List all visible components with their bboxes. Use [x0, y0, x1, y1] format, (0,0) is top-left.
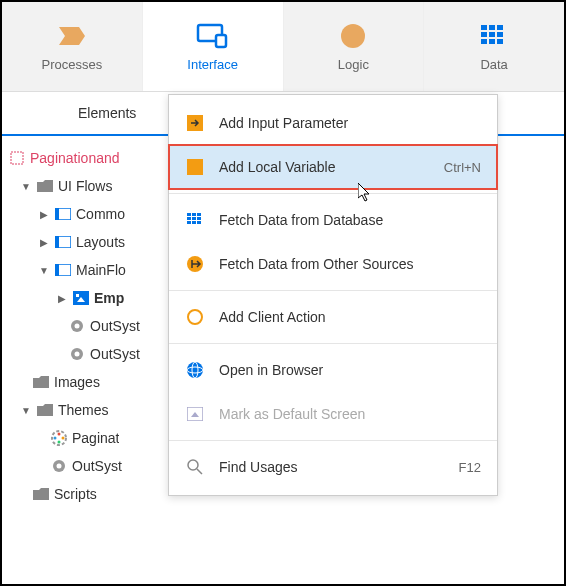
svg-point-24	[75, 352, 80, 357]
main-tabs: Processes Interface Logic Data	[2, 2, 564, 92]
menu-label: Find Usages	[219, 459, 445, 475]
tree-label: OutSyst	[72, 458, 122, 474]
menu-label: Add Client Action	[219, 309, 481, 325]
theme-ref-icon	[68, 319, 86, 333]
folder-icon	[36, 404, 54, 416]
tab-label: Processes	[42, 57, 103, 72]
menu-label: Add Input Parameter	[219, 115, 481, 131]
collapse-icon[interactable]: ▼	[20, 405, 32, 416]
menu-label: Fetch Data from Database	[219, 212, 481, 228]
menu-separator	[169, 343, 497, 344]
svg-rect-11	[497, 39, 503, 44]
tree-label: OutSyst	[90, 318, 140, 334]
logic-icon	[340, 21, 366, 51]
svg-rect-36	[197, 213, 201, 216]
fetch-other-icon	[185, 255, 205, 273]
folder-icon	[32, 488, 50, 500]
tab-label: Data	[480, 57, 507, 72]
menu-add-input-parameter[interactable]: Add Input Parameter	[169, 101, 497, 145]
flow-icon	[54, 236, 72, 248]
svg-rect-16	[55, 236, 59, 248]
svg-line-50	[197, 469, 202, 474]
tree-label: Images	[54, 374, 100, 390]
svg-point-29	[54, 437, 57, 440]
module-icon	[8, 151, 26, 165]
menu-label: Add Local Variable	[219, 159, 430, 175]
svg-rect-37	[187, 217, 191, 220]
svg-rect-42	[197, 221, 201, 224]
default-screen-icon	[185, 407, 205, 421]
subtab-elements[interactable]: Elements	[62, 105, 152, 121]
folder-icon	[36, 180, 54, 192]
svg-rect-5	[497, 25, 503, 30]
menu-add-local-variable[interactable]: Add Local Variable Ctrl+N	[169, 145, 497, 189]
tree-label: Paginat	[72, 430, 119, 446]
svg-point-45	[187, 362, 203, 378]
tab-logic[interactable]: Logic	[284, 2, 425, 91]
tree-label: Scripts	[54, 486, 97, 502]
menu-separator	[169, 440, 497, 441]
tree-label: Layouts	[76, 234, 125, 250]
menu-label: Open in Browser	[219, 362, 481, 378]
svg-rect-3	[481, 25, 487, 30]
expand-icon[interactable]: ▶	[38, 237, 50, 248]
search-icon	[185, 459, 205, 475]
svg-point-22	[75, 324, 80, 329]
menu-label: Mark as Default Screen	[219, 406, 481, 422]
local-var-icon	[185, 159, 205, 175]
menu-add-client-action[interactable]: Add Client Action	[169, 295, 497, 339]
menu-fetch-database[interactable]: Fetch Data from Database	[169, 198, 497, 242]
svg-point-49	[188, 460, 198, 470]
menu-shortcut: F12	[459, 460, 481, 475]
tree-label: Emp	[94, 290, 124, 306]
tab-processes[interactable]: Processes	[2, 2, 143, 91]
svg-point-26	[58, 433, 61, 436]
expand-icon[interactable]: ▶	[56, 293, 68, 304]
theme-ref-icon	[68, 347, 86, 361]
menu-open-browser[interactable]: Open in Browser	[169, 348, 497, 392]
svg-rect-12	[11, 152, 23, 164]
svg-rect-7	[489, 32, 495, 37]
menu-separator	[169, 193, 497, 194]
svg-rect-6	[481, 32, 487, 37]
data-icon	[481, 21, 507, 51]
menu-fetch-other[interactable]: Fetch Data from Other Sources	[169, 242, 497, 286]
tab-data[interactable]: Data	[424, 2, 564, 91]
menu-find-usages[interactable]: Find Usages F12	[169, 445, 497, 489]
screen-icon	[72, 291, 90, 305]
browser-icon	[185, 361, 205, 379]
svg-point-28	[58, 441, 61, 444]
tree-label: Themes	[58, 402, 109, 418]
tree-label: OutSyst	[90, 346, 140, 362]
tab-interface[interactable]: Interface	[143, 2, 284, 91]
svg-rect-18	[55, 264, 59, 276]
flow-icon	[54, 264, 72, 276]
tab-label: Logic	[338, 57, 369, 72]
expand-icon[interactable]: ▶	[38, 209, 50, 220]
svg-rect-9	[481, 39, 487, 44]
processes-icon	[57, 21, 87, 51]
svg-rect-1	[216, 35, 226, 47]
svg-point-2	[341, 24, 365, 48]
svg-rect-10	[489, 39, 495, 44]
tab-label: Interface	[187, 57, 238, 72]
tree-label: Paginationand	[30, 150, 120, 166]
folder-icon	[32, 376, 50, 388]
svg-rect-14	[55, 208, 59, 220]
menu-mark-default: Mark as Default Screen	[169, 392, 497, 436]
tree-label: MainFlo	[76, 262, 126, 278]
svg-rect-39	[197, 217, 201, 220]
context-menu: Add Input Parameter Add Local Variable C…	[168, 94, 498, 496]
database-icon	[185, 213, 205, 227]
menu-shortcut: Ctrl+N	[444, 160, 481, 175]
svg-rect-4	[489, 25, 495, 30]
svg-rect-35	[192, 213, 196, 216]
collapse-icon[interactable]: ▼	[20, 181, 32, 192]
menu-label: Fetch Data from Other Sources	[219, 256, 481, 272]
client-action-icon	[185, 308, 205, 326]
collapse-icon[interactable]: ▼	[38, 265, 50, 276]
svg-rect-33	[187, 159, 203, 175]
svg-rect-34	[187, 213, 191, 216]
svg-rect-8	[497, 32, 503, 37]
tree-label: UI Flows	[58, 178, 112, 194]
